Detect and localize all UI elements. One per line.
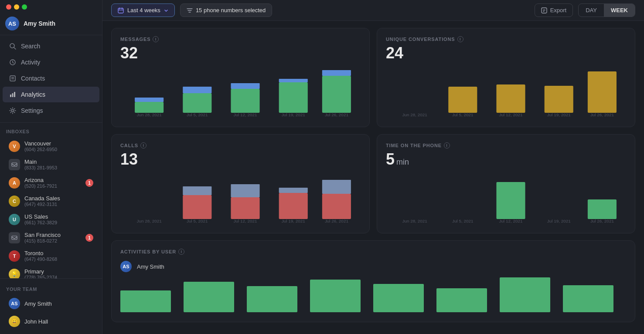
filter-icon <box>187 7 193 13</box>
minimize-button[interactable] <box>14 4 19 10</box>
inbox-item-canada-sales[interactable]: C Canada Sales (647) 492-3131 <box>3 192 99 210</box>
charts-container: MESSAGES i 32 <box>102 21 644 334</box>
svg-rect-33 <box>496 84 525 113</box>
svg-rect-7 <box>14 92 15 97</box>
svg-text:Jun 28, 2021: Jun 28, 2021 <box>136 219 161 223</box>
inboxes-label: Inboxes <box>6 129 29 134</box>
inbox-item-toronto[interactable]: T Toronto (647) 490-8268 <box>3 247 99 265</box>
svg-text:Jul 12, 2021: Jul 12, 2021 <box>499 112 523 117</box>
sidebar: AS Amy Smith Search Activity <box>0 0 102 334</box>
day-toggle[interactable]: DAY <box>579 4 604 17</box>
activities-user-avatar: AS <box>120 261 132 272</box>
week-toggle[interactable]: WEEK <box>604 4 635 17</box>
messages-value: 32 <box>120 44 361 62</box>
svg-rect-24 <box>279 79 308 82</box>
analytics-label: Analytics <box>21 91 45 98</box>
inbox-name-main: Main <box>24 159 93 165</box>
svg-text:Jul 19, 2021: Jul 19, 2021 <box>282 219 305 223</box>
activity-label: Activity <box>21 59 40 66</box>
messages-chart: MESSAGES i 32 <box>111 28 370 127</box>
svg-rect-9 <box>12 163 17 166</box>
calls-chart: CALLS i 13 <box>111 134 370 233</box>
inbox-item-vancouver[interactable]: V Vancouver (604) 262-6950 <box>3 137 99 155</box>
calls-label: CALLS i <box>120 142 361 148</box>
activities-info-icon[interactable]: i <box>178 249 184 255</box>
inbox-item-us-sales[interactable]: U US Sales (661) 762-3829 <box>3 210 99 228</box>
export-button[interactable]: Export <box>535 3 573 17</box>
inbox-info-san-francisco: San Francisco (415) 818-0272 <box>24 232 81 243</box>
close-button[interactable] <box>6 4 11 10</box>
inbox-info-canada-sales: Canada Sales (647) 492-3131 <box>24 195 93 207</box>
inbox-number-arizona: (520) 216-7921 <box>24 183 81 189</box>
svg-rect-23 <box>279 82 308 113</box>
svg-rect-47 <box>322 194 351 219</box>
unique-conversations-info-icon[interactable]: i <box>457 36 463 42</box>
svg-text:Jul 12, 2021: Jul 12, 2021 <box>234 219 257 223</box>
svg-text:Jul 19, 2021: Jul 19, 2021 <box>547 219 571 223</box>
search-label: Search <box>21 43 40 50</box>
sidebar-item-activity[interactable]: Activity <box>3 54 99 70</box>
svg-rect-19 <box>183 93 211 113</box>
phone-filter-button[interactable]: 15 phone numbers selected <box>180 3 272 17</box>
svg-rect-44 <box>231 184 259 197</box>
svg-text:Jul 26, 2021: Jul 26, 2021 <box>325 112 348 117</box>
svg-rect-12 <box>118 8 123 13</box>
inbox-item-main[interactable]: Main (833) 281-9953 <box>3 155 99 173</box>
activities-by-user-header: ACTIVITIES BY USER i <box>120 249 626 255</box>
svg-rect-46 <box>279 188 308 193</box>
inbox-avatar-canada-sales: C <box>9 196 20 207</box>
svg-rect-64 <box>310 280 361 312</box>
inbox-number-main: (833) 281-9953 <box>24 165 93 170</box>
svg-rect-32 <box>448 87 477 113</box>
svg-rect-63 <box>247 286 297 312</box>
svg-rect-45 <box>279 193 308 219</box>
user-name: Amy Smith <box>24 20 55 27</box>
sidebar-item-analytics[interactable]: Analytics <box>3 87 99 102</box>
sidebar-item-settings[interactable]: Settings <box>3 103 99 118</box>
calls-info-icon[interactable]: i <box>140 142 147 148</box>
avatar: AS <box>5 17 19 30</box>
unique-conversations-value: 24 <box>386 44 626 62</box>
sidebar-item-search[interactable]: Search <box>3 38 99 54</box>
inbox-badge-arizona: 1 <box>85 179 93 187</box>
day-week-toggle: DAY WEEK <box>578 3 635 17</box>
svg-rect-6 <box>12 93 14 97</box>
svg-text:Jul 12, 2021: Jul 12, 2021 <box>499 219 523 223</box>
unique-conversations-chart-svg: Jun 28, 2021 Jul 5, 2021 Jul 12, 2021 Ju… <box>386 69 626 117</box>
messages-info-icon[interactable]: i <box>153 36 159 42</box>
inbox-number-toronto: (647) 490-8268 <box>24 256 93 262</box>
settings-icon <box>9 107 17 115</box>
time-on-phone-value: 5min <box>386 150 626 169</box>
svg-rect-2 <box>10 76 15 81</box>
inbox-item-san-francisco[interactable]: San Francisco (415) 818-0272 1 <box>3 229 99 246</box>
inbox-number-canada-sales: (647) 492-3131 <box>24 202 93 207</box>
inbox-info-arizona: Arizona (520) 216-7921 <box>24 177 81 189</box>
export-icon <box>541 7 547 13</box>
time-on-phone-info-icon[interactable]: i <box>444 142 450 148</box>
team-member-other[interactable]: 😀 John Hall <box>3 313 99 330</box>
user-header[interactable]: AS Amy Smith <box>0 12 102 35</box>
inbox-info-toronto: Toronto (647) 490-8268 <box>24 250 93 262</box>
activities-user-name: Amy Smith <box>137 263 181 270</box>
svg-rect-17 <box>135 102 164 113</box>
sidebar-item-contacts[interactable]: Contacts <box>3 71 99 86</box>
inbox-avatar-arizona: A <box>9 177 20 189</box>
inbox-item-arizona[interactable]: A Arizona (520) 216-7921 1 <box>3 174 99 192</box>
window-controls <box>6 4 27 10</box>
team-section: Your team <box>0 282 102 294</box>
calls-chart-svg: Jun 28, 2021 Jul 5, 2021 Jul 12, 2021 Ju… <box>120 175 361 223</box>
search-icon <box>9 42 17 50</box>
svg-text:Jul 19, 2021: Jul 19, 2021 <box>282 112 305 117</box>
inbox-name-san-francisco: San Francisco <box>24 232 81 238</box>
team-member-amy[interactable]: AS Amy Smith <box>3 295 99 312</box>
export-label: Export <box>550 7 567 13</box>
date-filter-button[interactable]: Last 4 weeks <box>111 3 175 17</box>
nav-menu: Search Activity Contacts <box>0 35 102 121</box>
time-on-phone-chart: TIME ON THE PHONE i 5min Jun 28, 2021 Ju… <box>377 134 635 233</box>
inbox-info-vancouver: Vancouver (604) 262-6950 <box>24 140 93 152</box>
svg-rect-5 <box>10 94 11 97</box>
svg-text:Jul 5, 2021: Jul 5, 2021 <box>187 112 208 117</box>
maximize-button[interactable] <box>22 4 27 10</box>
time-on-phone-label: TIME ON THE PHONE i <box>386 142 626 148</box>
inbox-item-primary1[interactable]: 💡 Primary (778) 765-2374 <box>3 265 99 278</box>
